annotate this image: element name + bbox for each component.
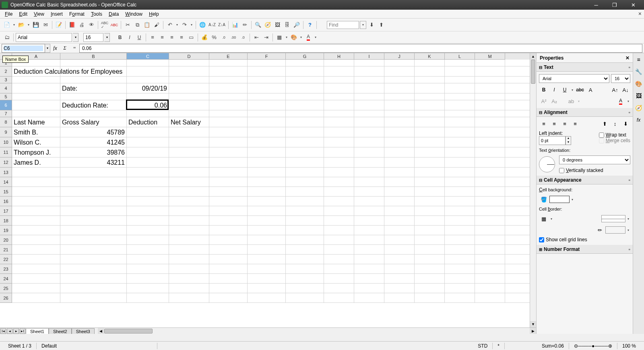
cell-D4[interactable] (169, 83, 209, 93)
cell-H15[interactable] (324, 187, 354, 197)
cell-L4[interactable] (445, 83, 475, 93)
cell-K9[interactable] (415, 127, 445, 137)
cell-D11[interactable] (169, 147, 209, 157)
cell-K26[interactable] (415, 293, 445, 303)
cell-A15[interactable] (12, 187, 60, 197)
cell-K4[interactable] (415, 83, 445, 93)
menu-view[interactable]: View (31, 10, 47, 18)
cell-D5[interactable] (169, 93, 209, 100)
cell-G25[interactable] (286, 284, 324, 293)
cell-K1[interactable] (415, 60, 445, 66)
cell-G14[interactable] (286, 177, 324, 187)
cell-G13[interactable] (286, 168, 324, 177)
cell-B24[interactable] (60, 274, 127, 284)
cell-G3[interactable] (286, 77, 324, 83)
cell-H18[interactable] (324, 216, 354, 226)
font-color-dropdown[interactable]: ▾ (314, 35, 318, 39)
row-header-12[interactable]: 12 (0, 157, 12, 168)
cell-L11[interactable] (445, 147, 475, 157)
align-center-button[interactable]: ≡ (158, 33, 167, 42)
cell-C12[interactable] (127, 157, 169, 168)
cell-L8[interactable] (445, 117, 475, 127)
cell-B14[interactable] (60, 177, 127, 187)
cell-L15[interactable] (445, 187, 475, 197)
cell-I16[interactable] (354, 197, 384, 206)
cell-J9[interactable] (384, 127, 415, 137)
cell-M13[interactable] (475, 168, 505, 177)
cell-I3[interactable] (354, 77, 384, 83)
cell-A17[interactable] (12, 206, 60, 216)
column-header-F[interactable]: F (248, 53, 286, 60)
cell-K25[interactable] (415, 284, 445, 293)
close-document-button[interactable]: × (638, 10, 642, 17)
formula-input[interactable]: 0.06 (79, 44, 642, 53)
cell-M14[interactable] (475, 177, 505, 187)
cell-F9[interactable] (248, 127, 286, 137)
font-name-dropdown[interactable]: ▾ (73, 33, 78, 42)
cell-A6[interactable] (12, 100, 60, 110)
cell-A16[interactable] (12, 197, 60, 206)
cell-E21[interactable] (209, 245, 248, 255)
show-draw-icon[interactable]: ✏ (240, 21, 249, 29)
cell-I21[interactable] (354, 245, 384, 255)
border-style-dropdown[interactable]: ▾ (626, 217, 630, 221)
valign-top-button[interactable]: ⬆ (600, 119, 609, 128)
cell-E22[interactable] (209, 255, 248, 264)
cell-A4[interactable] (12, 83, 60, 93)
cell-D22[interactable] (169, 255, 209, 264)
cell-F8[interactable] (248, 117, 286, 127)
cell-A13[interactable] (12, 168, 60, 177)
cell-C13[interactable] (127, 168, 169, 177)
cell-M20[interactable] (475, 235, 505, 245)
sidebar-underline-button[interactable]: U (560, 85, 570, 94)
cell-E14[interactable] (209, 177, 248, 187)
cell-A12[interactable]: James D. (12, 157, 60, 168)
column-header-B[interactable]: B (60, 53, 127, 60)
indent-up-button[interactable]: ▲ (566, 137, 571, 141)
cell-F24[interactable] (248, 274, 286, 284)
new-dropdown[interactable]: ▾ (12, 23, 16, 27)
menu-file[interactable]: File (2, 10, 16, 18)
menu-window[interactable]: Window (122, 10, 146, 18)
cut-icon[interactable]: ✂ (123, 21, 132, 29)
cell-J12[interactable] (384, 157, 415, 168)
row-header-9[interactable]: 9 (0, 127, 12, 137)
sidebar-bold-button[interactable]: B (539, 85, 549, 94)
cell-L5[interactable] (445, 93, 475, 100)
cell-G16[interactable] (286, 197, 324, 206)
cell-E17[interactable] (209, 206, 248, 216)
currency-button[interactable]: 💰 (200, 33, 209, 42)
text-panel-header[interactable]: ⊟Text▫ (537, 63, 633, 72)
appearance-panel-header[interactable]: ⊟Cell Appearance▫ (537, 176, 633, 184)
cell-B10[interactable]: 41245 (60, 137, 127, 147)
cell-A19[interactable] (12, 226, 60, 235)
cell-M10[interactable] (475, 137, 505, 147)
sidebar-superscript-button[interactable]: A² (539, 97, 549, 106)
vertical-scroll-thumb[interactable] (531, 60, 535, 84)
font-size-select[interactable]: 16 (83, 33, 103, 42)
cell-D1[interactable] (169, 60, 209, 66)
font-name-select[interactable]: Arial (16, 33, 72, 42)
cell-L16[interactable] (445, 197, 475, 206)
new-icon[interactable]: 📄 (2, 21, 11, 29)
cell-H10[interactable] (324, 137, 354, 147)
cell-B15[interactable] (60, 187, 127, 197)
cell-F10[interactable] (248, 137, 286, 147)
row-header-7[interactable]: 7 (0, 110, 12, 117)
menu-format[interactable]: Format (66, 10, 88, 18)
align-justify-button[interactable]: ≡ (177, 33, 186, 42)
cell-I6[interactable] (354, 100, 384, 110)
cell-J20[interactable] (384, 235, 415, 245)
maximize-button[interactable]: ❐ (605, 0, 624, 10)
cell-H2[interactable] (324, 66, 354, 77)
last-sheet-button[interactable]: ▸I (20, 328, 25, 334)
cell-E26[interactable] (209, 293, 248, 303)
cell-D8[interactable]: Net Salary (169, 117, 209, 127)
cell-G18[interactable] (286, 216, 324, 226)
find-replace-icon[interactable]: 🔍 (254, 21, 262, 29)
number-format-button[interactable]: .0 (219, 33, 228, 42)
export-pdf-icon[interactable]: 📕 (68, 21, 76, 29)
row-header-16[interactable]: 16 (0, 197, 12, 206)
cell-C18[interactable] (127, 216, 169, 226)
vertical-scrollbar[interactable]: ▲ ▼ (530, 53, 536, 327)
